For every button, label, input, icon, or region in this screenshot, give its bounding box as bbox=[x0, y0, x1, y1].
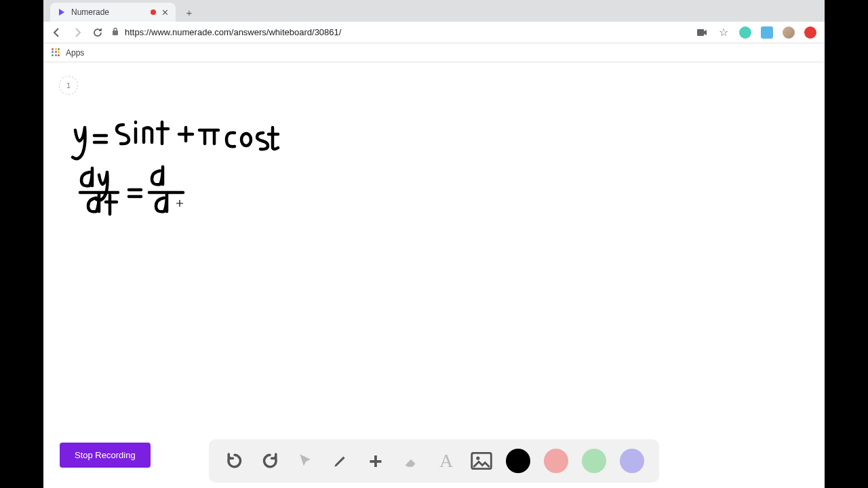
eraser-tool bbox=[400, 450, 422, 472]
profile-avatar[interactable] bbox=[783, 26, 795, 39]
stop-recording-button[interactable]: Stop Recording bbox=[60, 443, 151, 468]
back-button[interactable] bbox=[52, 27, 62, 38]
new-tab-button[interactable]: + bbox=[181, 4, 197, 20]
apps-bookmark[interactable]: Apps bbox=[66, 48, 84, 58]
left-black-bar bbox=[0, 0, 43, 488]
pencil-tool[interactable] bbox=[330, 450, 351, 472]
svg-marker-0 bbox=[59, 9, 64, 16]
url-container[interactable]: https://www.numerade.com/answers/whitebo… bbox=[111, 27, 688, 38]
svg-rect-1 bbox=[113, 30, 118, 35]
svg-point-5 bbox=[476, 457, 479, 460]
color-black[interactable] bbox=[506, 449, 530, 473]
handwriting-canvas[interactable] bbox=[43, 62, 825, 469]
svg-marker-3 bbox=[704, 30, 707, 35]
recording-indicator-icon bbox=[151, 9, 156, 15]
close-tab-icon[interactable]: ✕ bbox=[161, 7, 169, 18]
bookmark-bar: Apps bbox=[43, 43, 825, 62]
extension-icon-1[interactable] bbox=[739, 26, 751, 39]
pointer-tool bbox=[294, 450, 316, 472]
color-purple[interactable] bbox=[620, 449, 644, 473]
forward-button bbox=[72, 27, 83, 38]
whiteboard-toolbar: + A bbox=[209, 439, 659, 483]
undo-button[interactable] bbox=[224, 450, 245, 472]
tab-title: Numerade bbox=[71, 7, 146, 17]
color-pink[interactable] bbox=[544, 449, 568, 473]
tab-favicon-icon bbox=[57, 7, 66, 17]
svg-rect-2 bbox=[697, 29, 704, 36]
browser-window: Numerade ✕ + https://www.numerade.com/an… bbox=[43, 0, 825, 488]
star-icon[interactable]: ☆ bbox=[717, 26, 730, 39]
image-tool[interactable] bbox=[471, 450, 492, 472]
lock-icon bbox=[111, 27, 119, 38]
text-tool: A bbox=[435, 450, 457, 472]
url-text: https://www.numerade.com/answers/whitebo… bbox=[125, 27, 341, 37]
tab-strip: Numerade ✕ + bbox=[43, 0, 825, 22]
redo-button[interactable] bbox=[259, 450, 281, 472]
camera-icon[interactable] bbox=[696, 26, 708, 39]
color-green[interactable] bbox=[582, 449, 606, 473]
extension-icon-2[interactable] bbox=[761, 26, 773, 39]
reload-button[interactable] bbox=[92, 27, 103, 38]
browser-tab[interactable]: Numerade ✕ bbox=[50, 3, 176, 22]
apps-grid-icon[interactable] bbox=[52, 48, 61, 58]
extension-icon-3[interactable] bbox=[804, 26, 816, 39]
add-tool[interactable]: + bbox=[365, 450, 387, 472]
whiteboard-content[interactable]: 1 bbox=[43, 62, 825, 488]
right-black-bar bbox=[825, 0, 868, 488]
address-bar: https://www.numerade.com/answers/whitebo… bbox=[43, 22, 825, 43]
right-icons: ☆ bbox=[696, 26, 816, 39]
nav-icons bbox=[52, 27, 103, 38]
